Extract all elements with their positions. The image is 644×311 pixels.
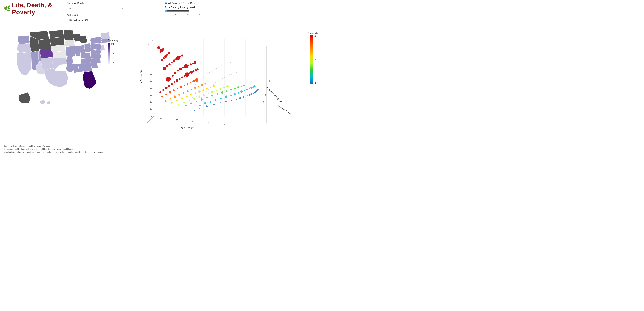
svg-point-99 bbox=[165, 100, 166, 102]
svg-point-218 bbox=[225, 64, 226, 65]
state-ca[interactable] bbox=[17, 52, 32, 76]
y-label-15: 20 bbox=[150, 94, 152, 96]
svg-point-126 bbox=[174, 81, 175, 83]
all-data-radio-item[interactable]: All Data bbox=[165, 2, 177, 4]
state-mn[interactable] bbox=[64, 30, 74, 41]
pd-label-1: 1 bbox=[265, 94, 266, 96]
svg-point-216 bbox=[222, 65, 222, 66]
svg-point-66 bbox=[206, 97, 208, 98]
svg-point-121 bbox=[159, 91, 162, 93]
state-tx[interactable] bbox=[45, 68, 68, 87]
state-al[interactable] bbox=[78, 63, 84, 72]
svg-point-206 bbox=[204, 76, 204, 77]
age-group-select[interactable]: 25 - 44 Years Old45 - 64 Years Old65+ Ye… bbox=[66, 17, 126, 23]
svg-point-198 bbox=[190, 89, 190, 90]
svg-point-128 bbox=[179, 78, 180, 80]
all-data-radio[interactable] bbox=[165, 2, 167, 4]
x-label-75: 75 bbox=[239, 125, 241, 127]
map-container: Percentage 20 15 10 bbox=[4, 25, 130, 121]
svg-point-161 bbox=[168, 52, 170, 54]
svg-point-59 bbox=[250, 87, 252, 89]
svg-point-62 bbox=[185, 105, 186, 106]
svg-point-75 bbox=[244, 85, 245, 86]
svg-point-219 bbox=[227, 63, 227, 64]
svg-point-100 bbox=[170, 98, 171, 99]
svg-point-106 bbox=[194, 87, 196, 89]
map-legend-title: Percentage bbox=[108, 39, 119, 41]
svg-point-191 bbox=[229, 74, 230, 75]
svg-point-174 bbox=[200, 95, 200, 96]
state-ak[interactable] bbox=[19, 92, 31, 104]
svg-point-91 bbox=[186, 96, 188, 97]
state-ky[interactable] bbox=[81, 52, 91, 59]
state-ks[interactable] bbox=[52, 51, 66, 58]
svg-point-193 bbox=[233, 73, 234, 74]
logo-text: Life, Death, & Poverty bbox=[12, 2, 63, 15]
svg-line-24 bbox=[147, 39, 154, 46]
svg-point-133 bbox=[190, 71, 193, 73]
svg-point-182 bbox=[214, 84, 214, 85]
y-label-5: 10 bbox=[150, 108, 152, 110]
state-fl[interactable] bbox=[83, 71, 96, 89]
svg-point-79 bbox=[193, 98, 195, 100]
svg-point-183 bbox=[215, 82, 216, 83]
svg-point-82 bbox=[208, 93, 209, 94]
svg-point-28 bbox=[194, 110, 195, 111]
state-tn[interactable] bbox=[81, 58, 92, 63]
tick-0: 0 bbox=[165, 13, 166, 16]
svg-point-190 bbox=[228, 75, 228, 76]
state-hi[interactable] bbox=[40, 100, 46, 104]
state-sd[interactable] bbox=[50, 37, 64, 46]
state-ms[interactable] bbox=[73, 64, 79, 73]
poverty-level-slider[interactable] bbox=[165, 9, 189, 12]
state-ny[interactable] bbox=[90, 37, 102, 44]
us-map-svg bbox=[4, 25, 130, 112]
svg-point-57 bbox=[246, 89, 248, 90]
sliced-data-radio[interactable] bbox=[180, 2, 182, 4]
svg-point-189 bbox=[226, 76, 226, 77]
svg-point-32 bbox=[220, 102, 222, 103]
grid-bottom bbox=[154, 39, 260, 116]
state-ne[interactable] bbox=[51, 45, 66, 52]
slider-track-container bbox=[165, 9, 200, 12]
svg-point-213 bbox=[216, 68, 217, 69]
svg-point-34 bbox=[231, 100, 232, 101]
svg-point-47 bbox=[204, 102, 206, 104]
svg-point-135 bbox=[195, 69, 197, 71]
sliced-data-radio-item[interactable]: Sliced Data bbox=[180, 2, 196, 4]
svg-point-184 bbox=[217, 80, 218, 81]
state-ne-states[interactable] bbox=[101, 32, 110, 39]
svg-point-31 bbox=[213, 104, 214, 105]
cause-of-death-select[interactable]: HIVHeart DiseaseCancerDiabetesStroke bbox=[66, 5, 126, 11]
state-ia[interactable] bbox=[64, 40, 75, 47]
svg-point-147 bbox=[194, 61, 196, 64]
state-ok[interactable] bbox=[52, 58, 67, 70]
z-axis bbox=[147, 116, 154, 123]
svg-point-159 bbox=[164, 55, 167, 58]
svg-point-46 bbox=[199, 105, 200, 106]
state-mi[interactable] bbox=[79, 35, 87, 43]
svg-point-188 bbox=[224, 77, 225, 78]
svg-point-40 bbox=[251, 93, 252, 95]
x-label-50: 50 bbox=[160, 118, 162, 120]
svg-point-199 bbox=[192, 88, 192, 88]
svg-point-168 bbox=[189, 94, 190, 94]
state-or[interactable] bbox=[17, 43, 31, 53]
legend-tick-labels: 20 15 10 bbox=[112, 43, 114, 64]
state-nd[interactable] bbox=[49, 30, 64, 38]
slider-row: Slice Data by Poverty Level 0 10 20 30 bbox=[165, 6, 200, 16]
svg-point-171 bbox=[194, 95, 195, 95]
state-mo[interactable] bbox=[66, 46, 76, 57]
state-wa[interactable] bbox=[18, 35, 31, 44]
svg-point-195 bbox=[236, 72, 237, 73]
state-ar[interactable] bbox=[66, 57, 73, 64]
pd-label-3: 3 bbox=[269, 80, 270, 82]
svg-point-107 bbox=[198, 86, 199, 87]
svg-point-72 bbox=[234, 88, 236, 89]
svg-line-25 bbox=[260, 39, 266, 46]
legend-tick-bot: 10 bbox=[112, 61, 114, 64]
svg-point-140 bbox=[177, 70, 179, 72]
state-wy[interactable] bbox=[38, 39, 52, 49]
state-oh[interactable] bbox=[84, 43, 91, 52]
state-hi2[interactable] bbox=[47, 101, 50, 105]
